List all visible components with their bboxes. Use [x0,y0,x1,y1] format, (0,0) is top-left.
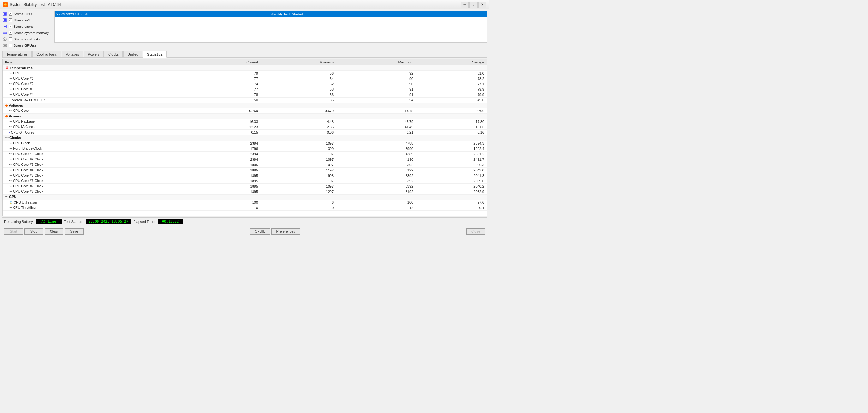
table-body: 🌡 Temperatures〜 CPU79569281.0〜 CPU Core … [2,65,487,211]
tab-coolingfans[interactable]: Cooling Fans [32,51,61,57]
table-row: 〜 CPU Clock2394109747882524.3 [2,141,487,146]
stress-memory-checkbox[interactable] [8,31,12,35]
cell-maximum: 92 [336,71,416,76]
cell-average: 79.9 [416,87,487,92]
cell-item: 〜 CPU Core #4 Clock [2,168,194,173]
table-row: ⌛ CPU Utilization100610097.6 [2,200,487,205]
svg-rect-5 [4,26,6,27]
cell-average: 2040.2 [416,184,487,189]
table-row: − Micron_3400_MTFDK...50365445.6 [2,97,487,103]
table-row: 〜 CPU Core #6 Clock1895119733922039.6 [2,178,487,184]
cell-average: 13.66 [416,124,487,130]
cell-current: 1895 [194,178,260,184]
table-row: 〜 CPU Core #7 Clock1895109733922040.2 [2,184,487,189]
tab-powers[interactable]: Powers [84,51,103,57]
log-area: 27.09.2023 18:05:28 Stability Test: Star… [54,11,487,42]
cell-current: 2394 [194,157,260,162]
save-button[interactable]: Save [65,228,84,235]
elapsed-time-label: Elapsed Time: [133,220,155,224]
stress-cache-checkbox[interactable] [8,25,12,28]
cell-current: 77 [194,87,260,92]
tabs-bar: Temperatures Cooling Fans Voltages Power… [2,51,487,58]
cell-current: 2394 [194,152,260,157]
table-row: 〜 CPU Core #2 Clock2394109741902491.7 [2,157,487,162]
cell-average: 2036.3 [416,162,487,168]
stress-fpu-item: Stress FPU [2,18,51,23]
clear-button[interactable]: Clear [44,228,63,235]
cell-item: 〜 CPU Core #3 [2,87,194,92]
cell-item: ▪ CPU GT Cores [2,130,194,135]
log-status: Stability Test: Started [269,11,487,17]
table-row: 〜 CPU Core #177549078.2 [2,76,487,82]
close-button[interactable]: Close [466,228,485,235]
stress-cache-label: Stress cache [13,25,34,28]
table-row: 🌡 Temperatures [2,65,487,71]
remaining-battery-label: Remaining Battery: [4,220,34,224]
cell-item: 〜 CPU Throttling [2,205,194,211]
data-table-container[interactable]: Item Current Minimum Maximum Average 🌡 T… [2,59,487,216]
stress-cpu-checkbox[interactable] [8,12,12,16]
cell-current: 1895 [194,173,260,178]
col-item: Item [2,59,194,65]
cell-minimum: 1097 [260,157,336,162]
cell-current: 1895 [194,162,260,168]
cell-current: 1796 [194,146,260,152]
table-row: 〜 CPU Core #274529077.1 [2,82,487,87]
table-row: ▪ CPU GT Cores0.150.060.210.16 [2,130,487,135]
cell-current: 0.769 [194,108,260,114]
cell-minimum: 52 [260,82,336,87]
stress-cache-item: Stress cache [2,24,51,29]
close-window-button[interactable]: ✕ [478,2,486,8]
stress-options-panel: Stress CPU Stress FPU Stress cache [2,11,51,48]
cell-maximum: 3392 [336,178,416,184]
cell-maximum: 90 [336,76,416,82]
cell-minimum: 998 [260,173,336,178]
window-controls: ─ □ ✕ [461,2,486,8]
cell-minimum: 1297 [260,189,336,195]
preferences-button[interactable]: Preferences [272,228,300,235]
cpuid-button[interactable]: CPUID [250,228,270,235]
tab-statistics[interactable]: Statistics [143,51,167,58]
cell-minimum: 1197 [260,178,336,184]
section-header-cell: 〜 Clocks [2,135,487,141]
cell-average: 79.9 [416,92,487,97]
cell-average: 2041.3 [416,173,487,178]
stress-gpu-checkbox[interactable] [8,43,12,47]
main-window: ⚡ System Stability Test - AIDA64 ─ □ ✕ S… [0,0,489,238]
table-row: 〜 Clocks [2,135,487,141]
cell-current: 1895 [194,168,260,173]
cell-item: 〜 North Bridge Clock [2,146,194,152]
cell-maximum: 90 [336,82,416,87]
cell-minimum: 54 [260,76,336,82]
tab-clocks[interactable]: Clocks [104,51,123,57]
tab-temperatures[interactable]: Temperatures [2,51,32,57]
stress-disk-checkbox[interactable] [8,37,12,41]
cell-minimum: 56 [260,71,336,76]
cell-maximum: 12 [336,205,416,211]
stress-gpu-item: Stress GPU(s) [2,42,51,48]
stop-button[interactable]: Stop [24,228,43,235]
start-button[interactable]: Start [4,228,23,235]
svg-rect-1 [4,13,6,15]
fpu-icon [2,18,7,23]
cell-maximum: 54 [336,97,416,103]
cell-maximum: 4788 [336,141,416,146]
test-started-label: Test Started: [64,220,84,224]
maximize-button[interactable]: □ [469,2,477,8]
stress-fpu-checkbox[interactable] [8,18,12,22]
tab-voltages[interactable]: Voltages [62,51,83,57]
section-header-cell: ⊕ Powers [2,114,487,119]
minimize-button[interactable]: ─ [461,2,469,8]
log-row: 27.09.2023 18:05:28 Stability Test: Star… [55,11,487,17]
table-row: 〜 CPU Core0.7690.6791.0480.790 [2,108,487,114]
cell-maximum: 3990 [336,146,416,152]
cell-maximum: 3392 [336,162,416,168]
col-minimum: Minimum [260,59,336,65]
gpu-icon [2,43,7,48]
cell-item: 〜 CPU Core #5 Clock [2,173,194,178]
tab-unified[interactable]: Unified [123,51,142,57]
cell-current: 50 [194,97,260,103]
data-table: Item Current Minimum Maximum Average 🌡 T… [2,59,487,211]
cell-average: 2524.3 [416,141,487,146]
app-icon: ⚡ [3,2,8,7]
